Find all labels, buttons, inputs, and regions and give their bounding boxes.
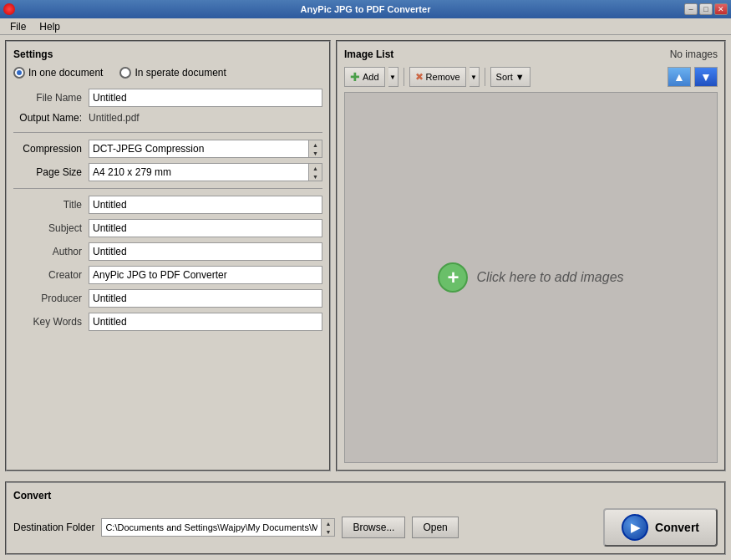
page-size-select[interactable]: A4 210 x 279 mm <box>89 163 309 181</box>
convert-label: Convert <box>655 521 699 534</box>
page-size-down[interactable]: ▼ <box>309 172 322 181</box>
creator-row: Creator <box>13 266 322 284</box>
output-name-row: Output Name: Untitled.pdf <box>13 112 322 124</box>
destination-label: Destination Folder <box>13 522 94 533</box>
page-size-row: Page Size A4 210 x 279 mm ▲ ▼ <box>13 163 322 181</box>
file-name-row: File Name <box>13 89 322 107</box>
toolbar-sep-2 <box>485 68 485 86</box>
app-icon <box>3 3 15 15</box>
radio-label-separate: In sperate document <box>135 67 226 79</box>
browse-button[interactable]: Browse... <box>342 517 405 538</box>
minimize-button[interactable]: – <box>684 3 698 15</box>
image-panel: Image List No images ✚ Add ▼ ✖ Remove ▼ … <box>336 40 726 471</box>
move-up-button[interactable]: ▲ <box>668 67 691 87</box>
destination-up[interactable]: ▲ <box>322 519 334 527</box>
author-label: Author <box>13 246 89 257</box>
sort-button[interactable]: Sort ▼ <box>490 67 530 87</box>
keywords-label: Key Words <box>13 316 89 328</box>
divider-2 <box>13 188 322 189</box>
output-name-label: Output Name: <box>13 112 89 124</box>
sort-icon: ▼ <box>515 72 525 82</box>
file-name-label: File Name <box>13 92 89 104</box>
destination-down[interactable]: ▼ <box>322 527 334 536</box>
add-icon: ✚ <box>350 70 360 84</box>
title-label: Title <box>13 199 89 211</box>
main-content: Settings In one document In sperate docu… <box>0 35 731 476</box>
compression-down[interactable]: ▼ <box>309 149 322 157</box>
page-size-spinners: ▲ ▼ <box>309 163 322 181</box>
creator-input[interactable] <box>89 266 322 284</box>
radio-separate-document[interactable]: In sperate document <box>119 67 226 79</box>
producer-input[interactable] <box>89 289 322 308</box>
page-size-up[interactable]: ▲ <box>309 164 322 172</box>
compression-label: Compression <box>13 143 89 155</box>
settings-panel: Settings In one document In sperate docu… <box>5 40 331 471</box>
close-button[interactable]: ✕ <box>714 3 728 15</box>
compression-wrapper: DCT-JPEG Compression ▲ ▼ <box>89 140 322 158</box>
remove-dropdown[interactable]: ▼ <box>470 67 480 87</box>
remove-label: Remove <box>426 72 460 82</box>
image-toolbar: ✚ Add ▼ ✖ Remove ▼ Sort ▼ ▲ ▼ <box>344 67 718 87</box>
page-size-wrapper: A4 210 x 279 mm ▲ ▼ <box>89 163 322 181</box>
metadata-section: Title Subject Author Creator Producer Ke… <box>13 196 322 331</box>
app-title: AnyPic JPG to PDF Converter <box>301 4 431 14</box>
image-area[interactable]: + Click here to add images <box>344 92 718 463</box>
move-down-button[interactable]: ▼ <box>694 67 718 87</box>
subject-label: Subject <box>13 222 89 234</box>
creator-label: Creator <box>13 269 89 281</box>
add-label: Add <box>363 72 379 82</box>
page-size-label: Page Size <box>13 166 89 178</box>
producer-label: Producer <box>13 293 89 304</box>
radio-one-document[interactable]: In one document <box>13 67 103 79</box>
compression-row: Compression DCT-JPEG Compression ▲ ▼ <box>13 140 322 158</box>
compression-spinners: ▲ ▼ <box>309 140 322 158</box>
title-input[interactable] <box>89 196 322 214</box>
compression-select[interactable]: DCT-JPEG Compression <box>89 140 309 158</box>
remove-button[interactable]: ✖ Remove <box>409 67 466 87</box>
menu-file[interactable]: File <box>3 19 33 34</box>
radio-circle-separate <box>119 67 131 79</box>
menu-bar: File Help <box>0 18 731 35</box>
document-mode-row: In one document In sperate document <box>13 67 322 79</box>
open-button[interactable]: Open <box>412 517 458 538</box>
sort-label: Sort <box>496 72 513 82</box>
no-images-text: No images <box>670 48 718 60</box>
radio-circle-one <box>13 67 25 79</box>
destination-spinners: ▲ ▼ <box>322 518 335 537</box>
radio-label-one: In one document <box>28 67 103 79</box>
add-dropdown[interactable]: ▼ <box>388 67 398 87</box>
convert-title: Convert <box>13 490 718 501</box>
convert-row: Destination Folder ▲ ▼ Browse... Open ▶ … <box>13 508 718 547</box>
convert-icon: ▶ <box>622 514 648 541</box>
settings-title: Settings <box>13 48 322 60</box>
destination-input-wrapper: ▲ ▼ <box>101 518 335 537</box>
menu-help[interactable]: Help <box>33 19 67 34</box>
image-panel-title: Image List <box>344 48 393 60</box>
title-bar: AnyPic JPG to PDF Converter – □ ✕ <box>0 0 731 18</box>
destination-input[interactable] <box>101 518 322 537</box>
author-input[interactable] <box>89 242 322 261</box>
image-panel-header: Image List No images <box>344 48 718 60</box>
convert-panel: Convert Destination Folder ▲ ▼ Browse...… <box>5 481 726 555</box>
output-name-value: Untitled.pdf <box>89 112 140 124</box>
remove-icon: ✖ <box>415 71 424 83</box>
file-name-input[interactable] <box>89 89 322 107</box>
add-images-hint: + Click here to add images <box>438 262 623 293</box>
toolbar-sep-1 <box>404 68 404 86</box>
subject-row: Subject <box>13 219 322 237</box>
convert-btn-wrap: ▶ Convert <box>603 508 718 547</box>
window-controls: – □ ✕ <box>684 3 728 15</box>
subject-input[interactable] <box>89 219 322 237</box>
keywords-input[interactable] <box>89 313 322 331</box>
title-row: Title <box>13 196 322 214</box>
add-images-text: Click here to add images <box>476 270 623 285</box>
author-row: Author <box>13 242 322 261</box>
divider-1 <box>13 132 322 133</box>
add-button[interactable]: ✚ Add <box>344 67 385 87</box>
add-images-icon[interactable]: + <box>438 262 468 293</box>
compression-up[interactable]: ▲ <box>309 140 322 149</box>
maximize-button[interactable]: □ <box>699 3 713 15</box>
producer-row: Producer <box>13 289 322 308</box>
convert-button[interactable]: ▶ Convert <box>603 508 718 547</box>
keywords-row: Key Words <box>13 313 322 331</box>
